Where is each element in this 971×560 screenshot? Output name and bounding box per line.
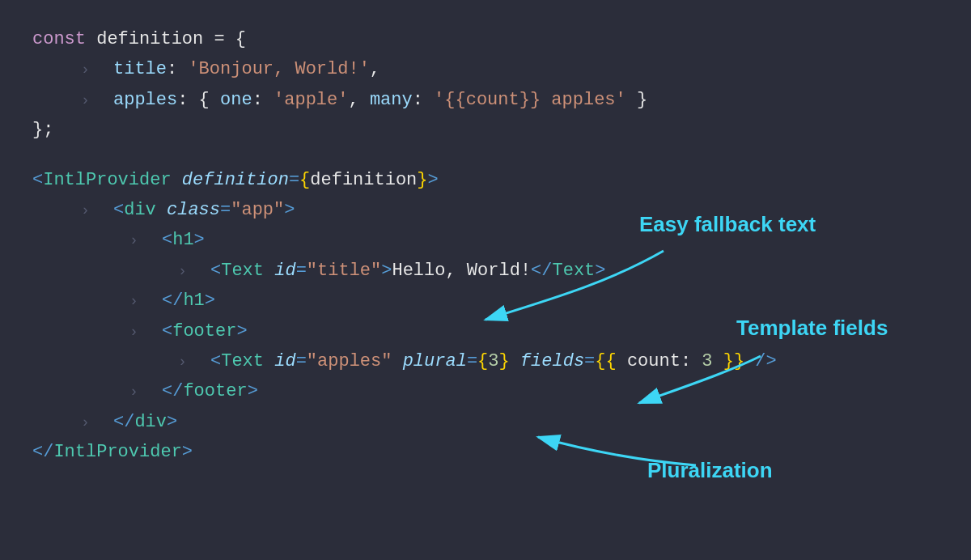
var-definition: definition bbox=[86, 24, 214, 54]
code-display: const definition = { › title : 'Bonjour,… bbox=[0, 0, 971, 491]
code-line-6: < IntlProvider definition = { definition… bbox=[32, 165, 939, 195]
code-line-15: </ IntlProvider > bbox=[32, 437, 939, 467]
code-line-4: }; bbox=[32, 115, 939, 145]
code-line-14: › </ div > bbox=[32, 407, 939, 437]
annotation-fallback: Easy fallback text bbox=[639, 212, 816, 237]
annotation-plural: Pluralization bbox=[647, 458, 773, 483]
code-line-9: › < Text id = "title" > Hello, World! </… bbox=[32, 256, 939, 286]
code-line-10: › </ h1 > bbox=[32, 286, 939, 316]
code-line-12: › < Text id = "apples" plural = { 3 } fi… bbox=[32, 346, 939, 376]
annotation-template: Template fields bbox=[736, 316, 888, 341]
code-line-1: const definition = { bbox=[32, 24, 939, 54]
keyword-const: const bbox=[32, 24, 86, 54]
code-line-2: › title : 'Bonjour, World!' , bbox=[32, 54, 939, 84]
code-line-3: › apples : { one : 'apple' , many : '{{c… bbox=[32, 85, 939, 115]
code-line-13: › </ footer > bbox=[32, 376, 939, 406]
